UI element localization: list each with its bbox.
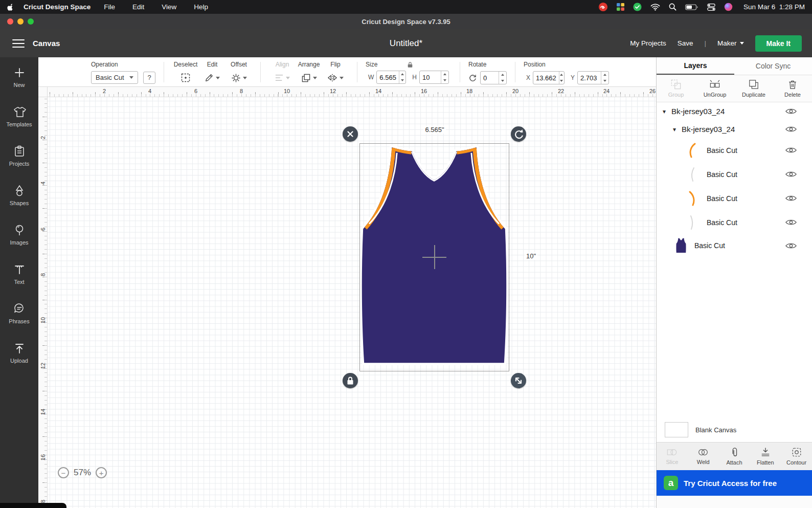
aspect-lock-icon[interactable]: [407, 61, 413, 68]
selection-width-label: 6.565": [411, 126, 458, 134]
siri-icon[interactable]: [724, 3, 733, 11]
machine-selector[interactable]: Maker: [717, 39, 744, 47]
shield-check-icon[interactable]: [633, 3, 642, 11]
control-center-icon[interactable]: [707, 4, 715, 11]
sidebar-item-phrases[interactable]: Phrases: [0, 303, 38, 342]
canvas-color-swatch[interactable]: [665, 422, 688, 437]
tshirt-icon: [13, 106, 26, 118]
tab-color-sync[interactable]: Color Sync: [734, 57, 812, 75]
attach-button[interactable]: Attach: [719, 443, 750, 470]
tab-layers[interactable]: Layers: [657, 57, 734, 75]
layer-row-subgroup[interactable]: ▾ Bk-jersey03_24: [657, 120, 812, 138]
layer-thumbnail: [674, 237, 688, 254]
rotate-down[interactable]: [499, 78, 506, 84]
contour-button[interactable]: Contour: [781, 443, 812, 470]
visibility-eye-icon[interactable]: [785, 146, 797, 154]
layer-row-basic-cut[interactable]: Basic Cut: [657, 186, 812, 210]
spotlight-icon[interactable]: [669, 3, 676, 11]
width-stepper[interactable]: 6.565: [376, 71, 406, 84]
zoom-in-button[interactable]: +: [96, 467, 107, 478]
menubar-clock[interactable]: Sun Mar 6 1:28 PM: [743, 3, 805, 11]
x-up[interactable]: [559, 72, 564, 78]
menu-edit[interactable]: Edit: [132, 3, 144, 11]
zoom-level: 57%: [74, 468, 91, 478]
creative-cloud-icon[interactable]: [598, 2, 608, 12]
my-projects-link[interactable]: My Projects: [630, 39, 666, 47]
canvas-grid[interactable]: [48, 97, 656, 508]
flip-button[interactable]: Flip: [322, 61, 349, 84]
extensions-icon[interactable]: [617, 3, 624, 11]
flatten-button[interactable]: Flatten: [750, 443, 781, 470]
chevron-down-icon: [129, 76, 133, 79]
close-window-button[interactable]: [7, 18, 13, 25]
sidebar-item-shapes[interactable]: Shapes: [0, 185, 38, 224]
edit-button[interactable]: Edit: [199, 61, 225, 84]
menu-file[interactable]: File: [104, 3, 115, 11]
height-stepper[interactable]: 10: [419, 71, 449, 84]
y-up[interactable]: [601, 72, 608, 78]
minimize-window-button[interactable]: [17, 18, 24, 25]
offset-button[interactable]: Offset: [225, 61, 252, 84]
layer-row-basic-cut[interactable]: Basic Cut: [657, 162, 812, 186]
width-up[interactable]: [399, 71, 405, 77]
layer-row-basic-cut[interactable]: Basic Cut: [657, 210, 812, 234]
sidebar-item-upload[interactable]: Upload: [0, 342, 38, 382]
operation-help-button[interactable]: ?: [143, 72, 155, 84]
sidebar-item-projects[interactable]: Projects: [0, 145, 38, 185]
layer-row-group[interactable]: ▾ Bk-jersey03_24: [657, 102, 812, 120]
visibility-eye-icon[interactable]: [785, 170, 797, 178]
rotate-up[interactable]: [499, 72, 506, 78]
visibility-eye-icon[interactable]: [785, 218, 797, 226]
save-link[interactable]: Save: [678, 39, 693, 47]
disclosure-caret[interactable]: ▾: [663, 108, 668, 115]
chevron-down-icon: [340, 77, 344, 79]
visibility-eye-icon[interactable]: [785, 242, 797, 250]
layer-row-basic-cut-jersey[interactable]: Basic Cut: [657, 234, 812, 257]
zoom-out-button[interactable]: −: [58, 467, 69, 478]
duplicate-button[interactable]: Duplicate: [734, 75, 773, 102]
document-title[interactable]: Untitled*: [390, 38, 422, 49]
hamburger-menu-icon[interactable]: [12, 39, 25, 48]
trash-icon: [787, 79, 798, 90]
wifi-icon[interactable]: [650, 4, 660, 11]
rotate-handle[interactable]: [511, 126, 526, 142]
cricut-access-banner[interactable]: a Try Cricut Access for free: [657, 470, 812, 496]
delete-button[interactable]: Delete: [773, 75, 812, 102]
x-stepper[interactable]: 13.662: [533, 71, 565, 84]
height-down[interactable]: [441, 77, 448, 83]
width-down[interactable]: [399, 77, 405, 83]
sidebar-item-text[interactable]: Text: [0, 263, 38, 303]
visibility-eye-icon[interactable]: [785, 125, 797, 133]
zoom-window-button[interactable]: [28, 18, 34, 25]
visibility-eye-icon[interactable]: [785, 194, 797, 202]
make-it-button[interactable]: Make It: [755, 35, 802, 52]
menu-view[interactable]: View: [162, 3, 176, 11]
x-down[interactable]: [559, 78, 564, 84]
weld-button[interactable]: Weld: [688, 443, 719, 470]
lock-handle[interactable]: [343, 373, 358, 388]
sidebar-item-images[interactable]: Images: [0, 224, 38, 263]
disclosure-caret[interactable]: ▾: [673, 126, 678, 133]
menu-help[interactable]: Help: [194, 3, 208, 11]
position-group: Position X 13.662 Y 2.703: [524, 61, 609, 84]
menubar-app-name[interactable]: Cricut Design Space: [24, 3, 91, 11]
apple-menu-icon[interactable]: [7, 3, 14, 11]
visibility-eye-icon[interactable]: [785, 107, 797, 115]
y-down[interactable]: [601, 78, 608, 84]
y-label: Y: [571, 74, 575, 81]
layer-row-basic-cut[interactable]: Basic Cut: [657, 138, 812, 162]
lock-icon: [343, 373, 358, 388]
height-up[interactable]: [441, 71, 448, 77]
arrange-button[interactable]: Arrange: [296, 61, 322, 84]
resize-handle[interactable]: [511, 373, 526, 388]
rotate-stepper[interactable]: 0: [480, 71, 507, 84]
y-stepper[interactable]: 2.703: [577, 71, 609, 84]
sidebar-item-new[interactable]: New: [0, 67, 38, 106]
canvas-area[interactable]: 2 4 6 8 10 12 14 16 18 20 22 24 26 2 4 6…: [38, 87, 656, 508]
delete-handle[interactable]: [343, 126, 358, 142]
operation-select[interactable]: Basic Cut: [91, 71, 138, 84]
ungroup-button[interactable]: UnGroup: [695, 75, 734, 102]
sidebar-item-templates[interactable]: Templates: [0, 106, 38, 145]
deselect-button[interactable]: Deselect: [172, 61, 199, 84]
battery-icon[interactable]: [685, 4, 698, 10]
